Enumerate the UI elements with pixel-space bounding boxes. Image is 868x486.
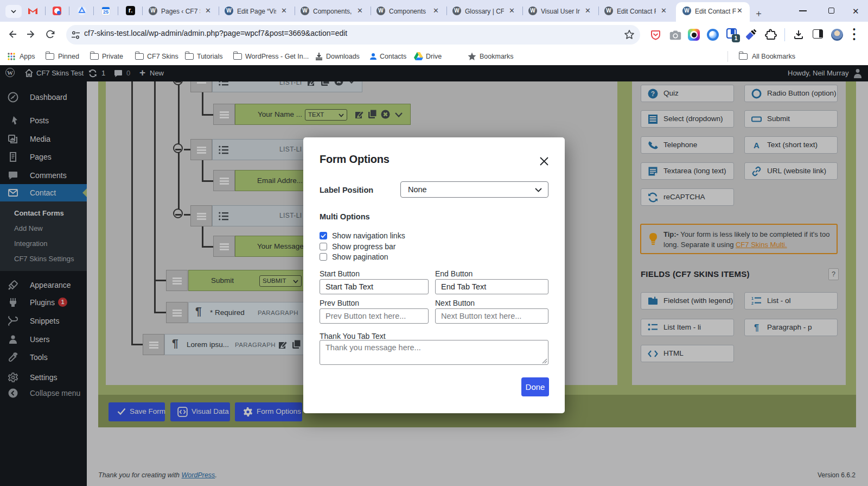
svg-text:2: 2 [751,301,754,305]
svg-text:1: 1 [751,296,754,300]
svg-text:¶: ¶ [754,323,759,332]
svg-text:?: ? [651,90,655,98]
svg-text:A: A [754,141,760,150]
